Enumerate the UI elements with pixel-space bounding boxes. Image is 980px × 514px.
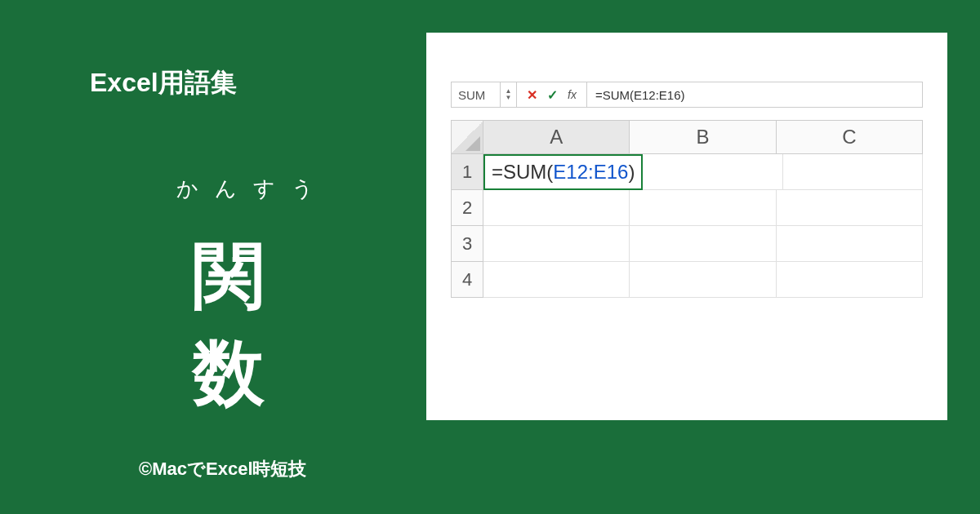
cell-a4[interactable] [483,262,630,298]
cell-formula-ref: E12:E16 [553,161,628,184]
spreadsheet-grid: A B C 1 =SUM(E12:E16) 2 3 4 [451,120,923,298]
column-header-row: A B C [451,120,923,154]
column-header-c[interactable]: C [777,120,923,154]
fx-icon[interactable]: fx [568,88,577,101]
cell-b2[interactable] [630,190,776,226]
grid-row: 3 [451,226,923,262]
cell-a2[interactable] [483,190,630,226]
cell-c3[interactable] [777,226,923,262]
row-header-3[interactable]: 3 [451,226,483,262]
glossary-title: Excel用語集 [90,65,416,101]
column-header-b[interactable]: B [630,120,776,154]
formula-controls: ✕ ✓ fx [517,82,587,107]
left-panel: Excel用語集 かんすう 関 数 [90,65,416,422]
cell-c2[interactable] [777,190,923,226]
cell-a3[interactable] [483,226,630,262]
row-header-1[interactable]: 1 [451,154,483,190]
cell-b3[interactable] [630,226,776,262]
confirm-icon[interactable]: ✓ [547,87,558,103]
term-kanji: 関 数 [90,228,416,422]
grid-row: 1 =SUM(E12:E16) [451,154,923,190]
cell-c1[interactable] [783,154,923,190]
cell-formula-suffix: ) [628,161,635,184]
term-reading: かんすう [90,175,416,203]
name-box-stepper[interactable]: ▲ ▼ [501,82,517,107]
column-header-a[interactable]: A [483,120,630,154]
stepper-down-icon: ▼ [506,95,512,101]
cancel-icon[interactable]: ✕ [527,87,537,103]
name-box[interactable]: SUM [452,82,501,107]
grid-row: 2 [451,190,923,226]
row-header-2[interactable]: 2 [451,190,483,226]
cell-c4[interactable] [777,262,923,298]
copyright-text: ©MacでExcel時短技 [139,457,307,481]
cell-b1[interactable] [643,154,782,190]
cell-b4[interactable] [630,262,776,298]
row-header-4[interactable]: 4 [451,262,483,298]
cell-a1[interactable]: =SUM(E12:E16) [483,154,643,190]
formula-input[interactable]: =SUM(E12:E16) [587,88,922,102]
select-all-corner[interactable] [451,120,483,154]
grid-row: 4 [451,262,923,298]
formula-bar: SUM ▲ ▼ ✕ ✓ fx =SUM(E12:E16) [451,82,923,108]
excel-screenshot-panel: SUM ▲ ▼ ✕ ✓ fx =SUM(E12:E16) A B C 1 =SU… [426,33,947,420]
cell-formula-prefix: =SUM( [492,161,553,184]
